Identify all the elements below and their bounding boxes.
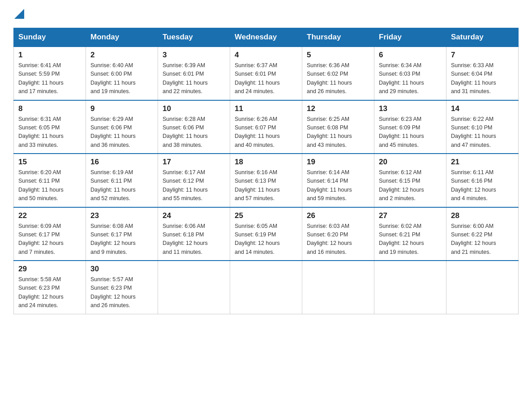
calendar-cell: 8Sunrise: 6:31 AMSunset: 6:05 PMDaylight… xyxy=(14,100,86,154)
weekday-header-saturday: Saturday xyxy=(446,28,519,47)
calendar-week-row: 22Sunrise: 6:09 AMSunset: 6:17 PMDayligh… xyxy=(14,207,519,261)
day-info: Sunrise: 6:34 AMSunset: 6:03 PMDaylight:… xyxy=(379,61,442,96)
calendar-cell: 29Sunrise: 5:58 AMSunset: 6:23 PMDayligh… xyxy=(14,261,86,314)
day-number: 15 xyxy=(18,158,81,167)
calendar-cell xyxy=(158,261,230,314)
day-number: 7 xyxy=(451,51,514,60)
day-info: Sunrise: 6:06 AMSunset: 6:18 PMDaylight:… xyxy=(163,222,225,257)
day-info: Sunrise: 6:17 AMSunset: 6:12 PMDaylight:… xyxy=(163,168,225,203)
day-number: 6 xyxy=(379,51,442,60)
day-number: 17 xyxy=(163,158,225,167)
day-number: 5 xyxy=(307,51,369,60)
day-number: 11 xyxy=(235,104,297,113)
day-info: Sunrise: 6:25 AMSunset: 6:08 PMDaylight:… xyxy=(307,115,369,150)
day-number: 20 xyxy=(379,158,442,167)
day-info: Sunrise: 6:05 AMSunset: 6:19 PMDaylight:… xyxy=(235,222,297,257)
page-header xyxy=(13,9,519,19)
calendar-cell: 11Sunrise: 6:26 AMSunset: 6:07 PMDayligh… xyxy=(230,100,302,154)
calendar-cell: 3Sunrise: 6:39 AMSunset: 6:01 PMDaylight… xyxy=(158,47,230,100)
day-info: Sunrise: 6:37 AMSunset: 6:01 PMDaylight:… xyxy=(235,61,297,96)
calendar-cell: 1Sunrise: 6:41 AMSunset: 5:59 PMDaylight… xyxy=(14,47,86,100)
calendar-cell: 2Sunrise: 6:40 AMSunset: 6:00 PMDaylight… xyxy=(86,47,158,100)
day-info: Sunrise: 6:28 AMSunset: 6:06 PMDaylight:… xyxy=(163,115,225,150)
logo xyxy=(13,9,24,19)
calendar-cell: 28Sunrise: 6:00 AMSunset: 6:22 PMDayligh… xyxy=(446,207,519,261)
calendar-week-row: 8Sunrise: 6:31 AMSunset: 6:05 PMDaylight… xyxy=(14,100,519,154)
calendar-cell: 9Sunrise: 6:29 AMSunset: 6:06 PMDaylight… xyxy=(86,100,158,154)
day-info: Sunrise: 6:08 AMSunset: 6:17 PMDaylight:… xyxy=(90,222,153,257)
calendar-cell: 7Sunrise: 6:33 AMSunset: 6:04 PMDaylight… xyxy=(446,47,519,100)
day-info: Sunrise: 6:36 AMSunset: 6:02 PMDaylight:… xyxy=(307,61,369,96)
calendar-cell: 15Sunrise: 6:20 AMSunset: 6:11 PMDayligh… xyxy=(14,154,86,207)
calendar-cell: 10Sunrise: 6:28 AMSunset: 6:06 PMDayligh… xyxy=(158,100,230,154)
weekday-header-thursday: Thursday xyxy=(302,28,374,47)
day-info: Sunrise: 6:40 AMSunset: 6:00 PMDaylight:… xyxy=(90,61,153,96)
calendar-cell: 4Sunrise: 6:37 AMSunset: 6:01 PMDaylight… xyxy=(230,47,302,100)
day-number: 1 xyxy=(18,51,81,60)
day-info: Sunrise: 6:11 AMSunset: 6:16 PMDaylight:… xyxy=(451,168,514,203)
calendar-cell: 12Sunrise: 6:25 AMSunset: 6:08 PMDayligh… xyxy=(302,100,374,154)
day-number: 30 xyxy=(90,265,153,274)
day-number: 25 xyxy=(235,211,297,220)
calendar-table: SundayMondayTuesdayWednesdayThursdayFrid… xyxy=(13,28,519,314)
day-number: 18 xyxy=(235,158,297,167)
calendar-cell: 5Sunrise: 6:36 AMSunset: 6:02 PMDaylight… xyxy=(302,47,374,100)
day-number: 12 xyxy=(307,104,369,113)
calendar-cell: 23Sunrise: 6:08 AMSunset: 6:17 PMDayligh… xyxy=(86,207,158,261)
calendar-week-row: 1Sunrise: 6:41 AMSunset: 5:59 PMDaylight… xyxy=(14,47,519,100)
day-info: Sunrise: 5:58 AMSunset: 6:23 PMDaylight:… xyxy=(18,275,81,310)
day-number: 29 xyxy=(18,265,81,274)
day-number: 24 xyxy=(163,211,225,220)
calendar-cell: 17Sunrise: 6:17 AMSunset: 6:12 PMDayligh… xyxy=(158,154,230,207)
weekday-header-tuesday: Tuesday xyxy=(158,28,230,47)
day-info: Sunrise: 6:22 AMSunset: 6:10 PMDaylight:… xyxy=(451,115,514,150)
day-info: Sunrise: 6:00 AMSunset: 6:22 PMDaylight:… xyxy=(451,222,514,257)
day-info: Sunrise: 6:03 AMSunset: 6:20 PMDaylight:… xyxy=(307,222,369,257)
calendar-cell: 27Sunrise: 6:02 AMSunset: 6:21 PMDayligh… xyxy=(374,207,446,261)
day-info: Sunrise: 6:09 AMSunset: 6:17 PMDaylight:… xyxy=(18,222,81,257)
calendar-cell: 26Sunrise: 6:03 AMSunset: 6:20 PMDayligh… xyxy=(302,207,374,261)
day-number: 28 xyxy=(451,211,514,220)
weekday-header-monday: Monday xyxy=(86,28,158,47)
calendar-cell xyxy=(230,261,302,314)
calendar-cell xyxy=(302,261,374,314)
day-number: 26 xyxy=(307,211,369,220)
calendar-cell: 22Sunrise: 6:09 AMSunset: 6:17 PMDayligh… xyxy=(14,207,86,261)
day-info: Sunrise: 6:33 AMSunset: 6:04 PMDaylight:… xyxy=(451,61,514,96)
calendar-cell: 21Sunrise: 6:11 AMSunset: 6:16 PMDayligh… xyxy=(446,154,519,207)
day-number: 19 xyxy=(307,158,369,167)
weekday-header-wednesday: Wednesday xyxy=(230,28,302,47)
day-info: Sunrise: 6:19 AMSunset: 6:11 PMDaylight:… xyxy=(90,168,153,203)
weekday-header-friday: Friday xyxy=(374,28,446,47)
calendar-cell: 16Sunrise: 6:19 AMSunset: 6:11 PMDayligh… xyxy=(86,154,158,207)
day-info: Sunrise: 6:41 AMSunset: 5:59 PMDaylight:… xyxy=(18,61,81,96)
day-info: Sunrise: 6:16 AMSunset: 6:13 PMDaylight:… xyxy=(235,168,297,203)
day-info: Sunrise: 6:20 AMSunset: 6:11 PMDaylight:… xyxy=(18,168,81,203)
day-number: 22 xyxy=(18,211,81,220)
calendar-cell: 25Sunrise: 6:05 AMSunset: 6:19 PMDayligh… xyxy=(230,207,302,261)
calendar-week-row: 29Sunrise: 5:58 AMSunset: 6:23 PMDayligh… xyxy=(14,261,519,314)
day-info: Sunrise: 6:14 AMSunset: 6:14 PMDaylight:… xyxy=(307,168,369,203)
calendar-cell xyxy=(374,261,446,314)
day-number: 27 xyxy=(379,211,442,220)
svg-marker-0 xyxy=(14,9,24,19)
calendar-cell: 6Sunrise: 6:34 AMSunset: 6:03 PMDaylight… xyxy=(374,47,446,100)
day-info: Sunrise: 6:39 AMSunset: 6:01 PMDaylight:… xyxy=(163,61,225,96)
weekday-header-row: SundayMondayTuesdayWednesdayThursdayFrid… xyxy=(14,28,519,47)
day-number: 21 xyxy=(451,158,514,167)
day-info: Sunrise: 5:57 AMSunset: 6:23 PMDaylight:… xyxy=(90,275,153,310)
calendar-cell xyxy=(446,261,519,314)
logo-triangle-icon xyxy=(14,9,24,19)
calendar-cell: 18Sunrise: 6:16 AMSunset: 6:13 PMDayligh… xyxy=(230,154,302,207)
day-number: 16 xyxy=(90,158,153,167)
day-info: Sunrise: 6:23 AMSunset: 6:09 PMDaylight:… xyxy=(379,115,442,150)
calendar-cell: 20Sunrise: 6:12 AMSunset: 6:15 PMDayligh… xyxy=(374,154,446,207)
day-number: 3 xyxy=(163,51,225,60)
day-number: 13 xyxy=(379,104,442,113)
day-info: Sunrise: 6:29 AMSunset: 6:06 PMDaylight:… xyxy=(90,115,153,150)
calendar-cell: 14Sunrise: 6:22 AMSunset: 6:10 PMDayligh… xyxy=(446,100,519,154)
weekday-header-sunday: Sunday xyxy=(14,28,86,47)
day-number: 4 xyxy=(235,51,297,60)
day-number: 10 xyxy=(163,104,225,113)
calendar-cell: 13Sunrise: 6:23 AMSunset: 6:09 PMDayligh… xyxy=(374,100,446,154)
